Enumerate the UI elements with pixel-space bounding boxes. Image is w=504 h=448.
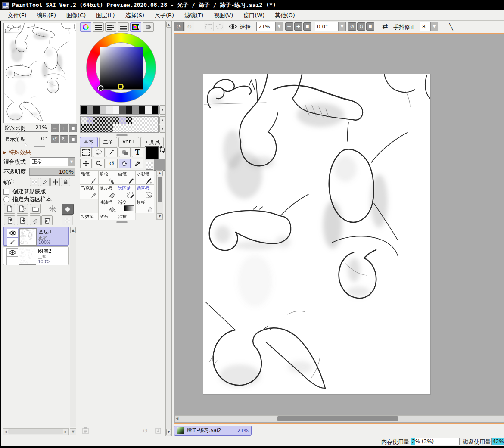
delete-layer-button[interactable] bbox=[41, 215, 53, 225]
layer-list-vertical-scrollbar[interactable]: ▲ bbox=[70, 227, 76, 427]
view-rotate-ccw-button[interactable]: ↺ bbox=[348, 22, 356, 31]
lock-transparency-button[interactable] bbox=[30, 178, 39, 186]
menu-ruler[interactable]: 尺子(R) bbox=[149, 10, 179, 21]
brush-scroll-down[interactable]: ▼ bbox=[157, 213, 163, 219]
brush-marker[interactable]: 马克笔 bbox=[80, 184, 99, 199]
brush-grid-scrollbar[interactable]: ▲ ▼ bbox=[156, 170, 163, 220]
brush-smudge[interactable]: 涂抹 bbox=[117, 213, 136, 220]
dropdown-arrow-icon[interactable]: ▼ bbox=[68, 158, 75, 166]
dropdown-arrow-icon[interactable]: ▼ bbox=[430, 22, 438, 31]
palette-swatch[interactable] bbox=[139, 124, 145, 132]
lock-move-button[interactable] bbox=[50, 178, 60, 186]
palette-swatch[interactable] bbox=[145, 117, 152, 124]
tab-basic[interactable]: 基本 bbox=[80, 137, 98, 148]
palette-swatch[interactable] bbox=[119, 124, 126, 132]
swap-colors-button[interactable] bbox=[159, 146, 165, 153]
stabilizer-select[interactable]: 8 ▼ bbox=[420, 22, 438, 31]
apply-mask-button[interactable] bbox=[62, 215, 73, 225]
special-effects-header[interactable]: ▶ 特殊效果 bbox=[3, 149, 31, 156]
palette-swatch[interactable] bbox=[81, 117, 87, 124]
sv-cursor[interactable] bbox=[98, 85, 103, 91]
history-swatch[interactable] bbox=[132, 106, 139, 114]
brush-scroll-thumb[interactable] bbox=[158, 177, 162, 202]
magic-wand-tool[interactable] bbox=[106, 147, 118, 157]
layer-mask-button[interactable] bbox=[62, 204, 74, 215]
palette-swatch[interactable] bbox=[113, 124, 119, 132]
palette-swatch[interactable] bbox=[132, 124, 139, 132]
palette-swatch[interactable] bbox=[126, 117, 132, 124]
text-tool[interactable]: T bbox=[132, 147, 143, 157]
new-layer-button[interactable] bbox=[4, 204, 15, 214]
layer1-visibility-toggle[interactable] bbox=[7, 229, 19, 237]
tab-ver1[interactable]: Ver.1 bbox=[118, 137, 139, 148]
marquee-tool[interactable] bbox=[80, 147, 92, 157]
menu-view[interactable]: 视图(V) bbox=[208, 10, 238, 21]
perspective-ruler-button[interactable] bbox=[47, 204, 58, 214]
view-zoom-out-button[interactable]: − bbox=[285, 22, 293, 31]
layer2-visibility-toggle[interactable] bbox=[6, 248, 18, 257]
hsv-slider-mode-button[interactable] bbox=[105, 22, 116, 32]
view-rotate-reset-button[interactable]: ■ bbox=[366, 22, 374, 31]
rotate-ccw-button[interactable]: ↺ bbox=[51, 135, 59, 143]
palette-swatch[interactable] bbox=[106, 124, 113, 132]
brush-gradient[interactable]: 渐变 bbox=[117, 199, 136, 213]
history-swatch[interactable] bbox=[113, 106, 119, 114]
mixed-slider-mode-button[interactable] bbox=[118, 22, 129, 32]
selection-sample-row[interactable]: 指定为选区样本 bbox=[3, 196, 75, 203]
scroll-left-icon[interactable]: ◀ bbox=[176, 417, 178, 420]
canvas-h-scroll-thumb[interactable] bbox=[277, 416, 398, 421]
zoom-in-button[interactable]: + bbox=[60, 124, 68, 132]
clipping-mask-checkbox[interactable] bbox=[3, 189, 9, 195]
lasso-tool[interactable] bbox=[93, 147, 105, 157]
rotate-cw-button[interactable]: ↻ bbox=[60, 135, 68, 143]
panel-divider[interactable] bbox=[78, 221, 165, 223]
panel-scroll-up[interactable]: ▲ bbox=[166, 22, 171, 28]
canvas-document[interactable] bbox=[203, 74, 431, 395]
palette-swatch[interactable] bbox=[119, 117, 126, 124]
menu-select[interactable]: 选择(S) bbox=[120, 10, 149, 21]
palette-swatch[interactable] bbox=[106, 117, 113, 124]
selection-sample-radio[interactable] bbox=[3, 196, 9, 202]
layer-item-2[interactable]: 图层2 正常 100% bbox=[3, 246, 69, 265]
brush-paintbrush[interactable]: 画笔 bbox=[117, 170, 136, 185]
brush-selection-eraser[interactable]: 选区擦S bbox=[135, 184, 154, 199]
h-scroll-thumb[interactable] bbox=[8, 429, 63, 434]
blend-mode-select[interactable]: 正常 ▼ bbox=[30, 157, 75, 166]
menu-filter[interactable]: 滤镜(T) bbox=[179, 10, 208, 21]
rotate-view-tool[interactable]: ↺ bbox=[106, 159, 118, 168]
zoom-reset-button[interactable]: ■ bbox=[69, 124, 77, 132]
history-swatch[interactable] bbox=[152, 106, 158, 114]
clear-layer-button[interactable] bbox=[30, 215, 41, 225]
redo-button[interactable]: ↻ bbox=[184, 22, 194, 31]
transparent-color-swatch[interactable] bbox=[146, 162, 153, 170]
menu-window[interactable]: 窗口(W) bbox=[238, 10, 270, 21]
brush-eraser[interactable]: 橡皮擦 bbox=[98, 184, 117, 199]
rotate-reset-button[interactable]: ■ bbox=[69, 135, 77, 143]
menu-file[interactable]: 文件(F) bbox=[3, 10, 32, 21]
transform-selection-button[interactable] bbox=[204, 22, 214, 31]
color-mixer-mode-button[interactable] bbox=[143, 22, 154, 32]
opacity-slider[interactable]: 100% bbox=[29, 168, 75, 176]
brush-airbrush[interactable]: 喷枪 bbox=[98, 170, 117, 185]
palette-swatch[interactable] bbox=[152, 117, 158, 124]
scroll-left-icon[interactable]: ◀ bbox=[3, 430, 8, 434]
view-zoom-in-button[interactable]: + bbox=[294, 22, 302, 31]
secondary-color-swatch[interactable] bbox=[154, 159, 166, 171]
menu-others[interactable]: 其他(O) bbox=[270, 10, 300, 21]
view-zoom-reset-button[interactable]: ■ bbox=[303, 22, 311, 31]
document-tab[interactable]: 蹄子-练习.sai2 21% bbox=[174, 426, 252, 436]
lock-paint-button[interactable] bbox=[40, 178, 50, 186]
scratchpad-button[interactable] bbox=[81, 426, 90, 435]
layer-list-scroll-down-button[interactable]: ▼ bbox=[70, 428, 76, 435]
saturation-value-square[interactable] bbox=[100, 47, 143, 90]
canvas-viewport[interactable]: ◀ bbox=[174, 33, 504, 424]
duplicate-layer-button[interactable]: + bbox=[17, 215, 28, 225]
panel-divider[interactable] bbox=[1, 146, 78, 147]
palette-swatch[interactable] bbox=[93, 124, 100, 132]
menu-layer[interactable]: 图层(L) bbox=[91, 10, 120, 21]
palette-swatch[interactable] bbox=[113, 117, 119, 124]
layer2-paint-indicator[interactable] bbox=[6, 257, 18, 265]
hand-tool[interactable] bbox=[119, 159, 131, 168]
history-swatch[interactable] bbox=[139, 106, 145, 114]
history-swatch[interactable] bbox=[93, 106, 100, 114]
